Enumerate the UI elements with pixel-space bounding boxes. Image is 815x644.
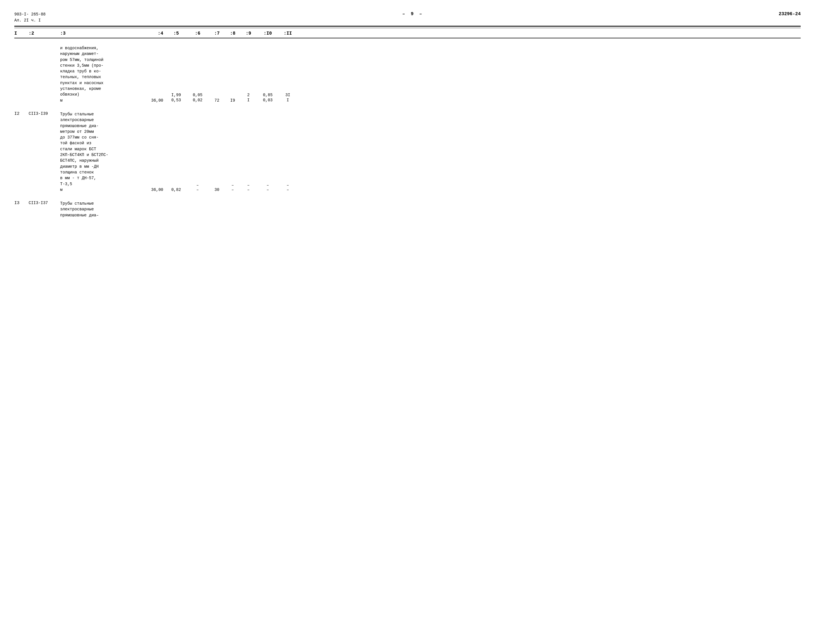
col-header-10: :I0 <box>256 31 279 36</box>
table-row: I2 СII3-I39 Трубы стальные электросварны… <box>14 109 801 193</box>
col-header-7: :7 <box>209 31 225 36</box>
row-code <box>29 43 60 103</box>
row-col10: – – <box>256 109 279 193</box>
row-i3-content: I3 СII3-I37 Трубы стальные электросварны… <box>14 198 801 218</box>
row-col7: 30 <box>209 109 225 193</box>
doc-code: 23296-24 <box>779 11 801 17</box>
col-header-8: :8 <box>225 31 241 36</box>
row-col8: I9 <box>225 43 241 103</box>
row-i2-content: I2 СII3-I39 Трубы стальные электросварны… <box>14 109 801 193</box>
row-description: и водоснабжения, наружным диамет- ром 57… <box>60 43 143 103</box>
row-description: Трубы стальные электросварные прямошовны… <box>60 198 143 218</box>
row-col7: 72 <box>209 43 225 103</box>
table-header-row: I :2 :3 :4 :5 :6 :7 :8 :9 :I0 :II <box>14 29 801 38</box>
ref-line2: Ал. 2I ч. I <box>14 17 46 23</box>
row-col6: – – <box>186 109 209 193</box>
doc-reference: 903-I- 265-88 Ал. 2I ч. I <box>14 11 46 23</box>
row-col5: 0,82 <box>166 109 186 193</box>
col-header-5: :5 <box>166 31 186 36</box>
row-col5: I,99 0,53 <box>166 43 186 103</box>
row-id: I2 <box>14 109 29 193</box>
col-header-3: :3 <box>60 31 143 36</box>
row-id: I3 <box>14 198 29 218</box>
col-header-4: :4 <box>143 31 166 36</box>
row-col4: 36,00 <box>143 43 166 103</box>
row-continuation-text: и водоснабжения, наружным диамет- ром 57… <box>14 43 801 103</box>
page-header: 903-I- 265-88 Ал. 2I ч. I – 9 – 23296-24 <box>14 11 801 23</box>
top-divider <box>14 26 801 27</box>
row-description: Трубы стальные электросварные прямошовны… <box>60 109 143 193</box>
row-code: СII3-I39 <box>29 109 60 193</box>
page-number-area: – 9 – <box>402 11 422 17</box>
row-col11: – – <box>279 109 296 193</box>
ref-line1: 903-I- 265-88 <box>14 11 46 17</box>
col-header-9: :9 <box>241 31 256 36</box>
col-header-11: :II <box>279 31 296 36</box>
table-row: и водоснабжения, наружным диамет- ром 57… <box>14 43 801 103</box>
page-num: 9 <box>411 11 413 17</box>
col-header-6: :6 <box>186 31 209 36</box>
table-row: I3 СII3-I37 Трубы стальные электросварны… <box>14 198 801 218</box>
col-header-2: :2 <box>29 31 60 36</box>
dash-right: – <box>419 11 422 17</box>
row-col4: 36,00 <box>143 109 166 193</box>
row-col8: – – <box>225 109 241 193</box>
row-id <box>14 43 29 103</box>
row-col9: 2 I <box>241 43 256 103</box>
row-col9: – – <box>241 109 256 193</box>
dash-left: – <box>402 11 405 17</box>
row-col11: 3I I <box>279 43 296 103</box>
col-header-1: I <box>14 31 29 36</box>
header-bottom-divider <box>14 38 801 38</box>
row-code: СII3-I37 <box>29 198 60 218</box>
row-col6: 0,05 0,02 <box>186 43 209 103</box>
row-col10: 0,85 0,03 <box>256 43 279 103</box>
